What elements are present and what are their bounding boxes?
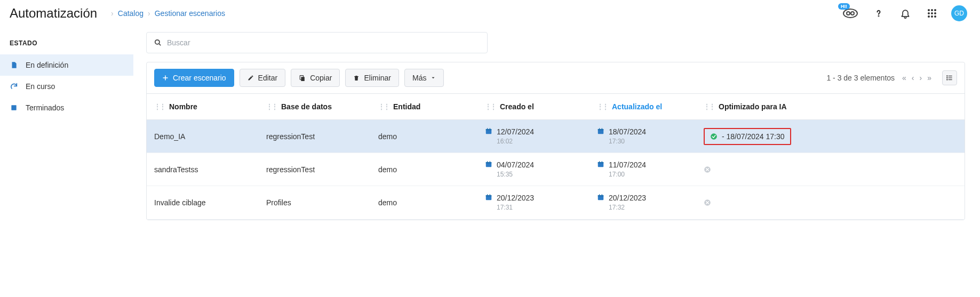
svg-point-23 [947, 76, 947, 76]
row-created-date: 20/12/2023 [497, 194, 534, 203]
svg-point-5 [931, 9, 933, 11]
list-view-toggle[interactable] [942, 70, 957, 85]
svg-rect-37 [487, 161, 488, 163]
pager-next-icon[interactable]: › [919, 73, 923, 83]
cross-icon [704, 166, 711, 173]
grip-icon: ⋮⋮ [266, 103, 277, 110]
calendar-icon [485, 127, 492, 135]
svg-point-2 [851, 12, 854, 15]
row-db: Profiles [266, 198, 291, 207]
row-updated-time: 17:30 [609, 138, 646, 145]
table-row[interactable]: Demo_IAregressionTestdemo12/07/202416:02… [147, 120, 965, 153]
grip-icon: ⋮⋮ [378, 103, 389, 110]
col-name[interactable]: ⋮⋮Nombre [154, 102, 266, 111]
col-optimized[interactable]: ⋮⋮Optimizado para IA [704, 102, 957, 111]
brand-logo-icon[interactable]: HI! [841, 4, 859, 22]
svg-rect-52 [599, 195, 600, 196]
svg-rect-13 [11, 105, 16, 110]
row-entity: demo [378, 198, 397, 207]
row-db: regressionTest [266, 132, 315, 141]
row-created-time: 16:02 [497, 138, 534, 145]
pager-last-icon[interactable]: » [926, 73, 933, 83]
bell-icon[interactable] [898, 6, 913, 21]
sidebar-heading: ESTADO [0, 34, 133, 54]
table-row[interactable]: Invalide ciblageProfilesdemo20/12/202317… [147, 186, 965, 219]
apps-grid-icon[interactable] [925, 6, 939, 21]
page-title: Automatización [10, 6, 97, 21]
svg-point-11 [931, 15, 933, 18]
row-entity: demo [378, 165, 397, 174]
col-name-label: Nombre [169, 102, 197, 111]
help-icon[interactable] [871, 6, 886, 21]
row-updated-date: 20/12/2023 [609, 194, 646, 203]
table-header: ⋮⋮Nombre ⋮⋮Base de datos ⋮⋮Entidad ⋮⋮Cre… [147, 94, 965, 120]
sidebar-item-label: Terminados [26, 103, 64, 112]
pager-first-icon[interactable]: « [901, 73, 907, 83]
delete-button[interactable]: Eliminar [345, 69, 399, 87]
create-scenario-label: Crear escenario [173, 74, 226, 82]
col-db-label: Base de datos [281, 102, 332, 111]
svg-point-9 [934, 12, 936, 14]
sidebar-item-1[interactable]: En curso [0, 76, 133, 97]
pager-text: 1 - 3 de 3 elementos [826, 74, 895, 82]
svg-rect-41 [599, 161, 600, 163]
col-created-label: Creado el [500, 102, 534, 111]
svg-rect-27 [486, 129, 492, 130]
row-db: regressionTest [266, 165, 315, 174]
svg-point-7 [928, 12, 930, 14]
more-button[interactable]: Más [404, 69, 444, 87]
create-scenario-button[interactable]: Crear escenario [154, 69, 234, 87]
copy-label: Copiar [310, 74, 332, 82]
edit-label: Editar [258, 74, 278, 82]
hi-badge: HI! [838, 3, 850, 10]
calendar-icon [597, 127, 604, 135]
search-box[interactable] [146, 32, 488, 53]
copy-button[interactable]: Copiar [291, 69, 340, 87]
calendar-icon [485, 160, 492, 168]
svg-rect-32 [599, 128, 600, 130]
row-name: Demo_IA [154, 132, 185, 141]
row-name: Invalide ciblage [154, 198, 206, 207]
calendar-icon [597, 194, 604, 201]
breadcrumb-scenarios[interactable]: Gestionar escenarios [155, 9, 225, 18]
col-entity[interactable]: ⋮⋮Entidad [378, 102, 485, 111]
edit-button[interactable]: Editar [240, 69, 286, 87]
col-entity-label: Entidad [393, 102, 420, 111]
svg-rect-28 [487, 128, 488, 130]
row-created-time: 17:31 [497, 204, 534, 211]
col-db[interactable]: ⋮⋮Base de datos [266, 102, 378, 111]
svg-point-34 [711, 133, 717, 140]
svg-rect-38 [490, 161, 490, 163]
svg-rect-49 [490, 195, 490, 196]
row-name: sandraTestss [154, 165, 198, 174]
svg-rect-36 [486, 162, 492, 163]
avatar[interactable]: GD [951, 5, 967, 21]
svg-rect-18 [301, 77, 305, 81]
svg-rect-31 [598, 129, 604, 130]
calendar-icon [597, 160, 604, 168]
col-updated[interactable]: ⋮⋮Actualizado el [597, 102, 704, 111]
breadcrumb-catalog[interactable]: Catalog [118, 9, 144, 18]
row-updated-date: 18/07/2024 [609, 127, 646, 137]
svg-rect-29 [490, 128, 490, 130]
svg-point-8 [931, 12, 933, 14]
doc-icon [10, 61, 18, 69]
pager-prev-icon[interactable]: ‹ [911, 73, 915, 83]
svg-point-12 [934, 15, 936, 18]
sidebar-item-0[interactable]: En definición [0, 54, 133, 76]
search-input[interactable] [162, 33, 480, 52]
svg-point-4 [928, 9, 930, 11]
svg-line-15 [159, 44, 161, 46]
sidebar-item-label: En definición [26, 61, 68, 69]
refresh-icon [10, 82, 18, 91]
grip-icon: ⋮⋮ [597, 103, 608, 110]
sidebar-item-label: En curso [26, 82, 55, 91]
svg-point-10 [928, 15, 930, 18]
col-created[interactable]: ⋮⋮Creado el [485, 102, 597, 111]
square-icon [10, 103, 18, 112]
breadcrumb-sep: › [111, 9, 114, 18]
svg-point-1 [847, 12, 850, 15]
col-updated-label: Actualizado el [612, 102, 662, 111]
sidebar-item-2[interactable]: Terminados [0, 97, 133, 118]
table-row[interactable]: sandraTestssregressionTestdemo04/07/2024… [147, 153, 965, 186]
